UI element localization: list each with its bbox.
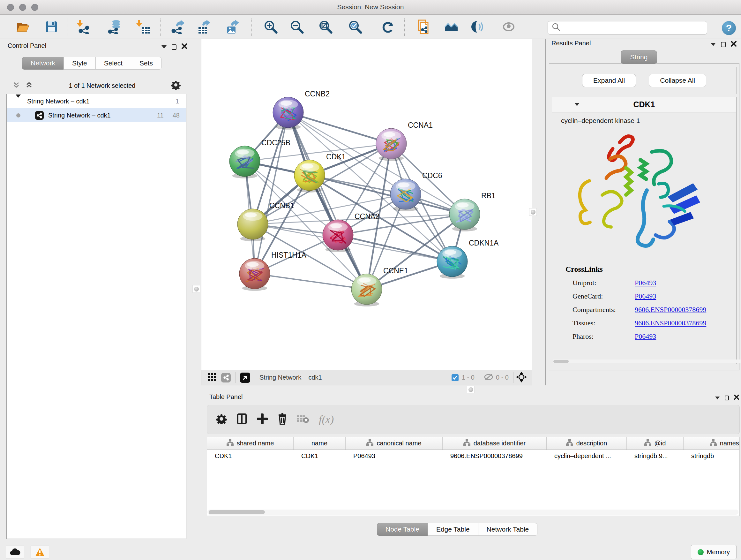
string-results-container: Expand All Collapse All CDK1 cyclin–depe… xyxy=(549,63,739,370)
column-header-@id[interactable]: @id xyxy=(627,437,684,449)
gear-icon[interactable] xyxy=(171,80,181,91)
network-row[interactable]: String Network – cdk1 11 48 xyxy=(7,108,186,122)
main-toolbar: ? xyxy=(0,15,741,39)
panel-float-icon[interactable] xyxy=(172,44,177,50)
expand-all-icon[interactable] xyxy=(25,81,33,90)
clone-network-icon[interactable] xyxy=(416,19,431,35)
network-view-panel: CCNB2CCNA1CDC25BCDK1CDC6RB1CCNB1CCNA2CDK… xyxy=(201,39,532,385)
protein-card-header[interactable]: CDK1 xyxy=(552,97,736,112)
network-collection-row[interactable]: String Network – cdk1 1 xyxy=(7,94,186,108)
tree-expander-icon[interactable] xyxy=(16,98,21,105)
zoom-selected-icon[interactable] xyxy=(347,19,363,35)
network-node-CDC6[interactable]: CDC6 xyxy=(390,172,442,211)
add-column-icon[interactable] xyxy=(257,414,268,426)
zoom-in-icon[interactable] xyxy=(263,19,278,35)
network-view-mode-icon[interactable] xyxy=(221,373,231,382)
export-image-icon[interactable] xyxy=(225,19,240,35)
search-input[interactable] xyxy=(562,24,707,31)
import-table-file-icon[interactable] xyxy=(135,19,151,35)
panel-float-icon[interactable] xyxy=(721,42,726,47)
table-hscrollbar[interactable] xyxy=(207,509,738,515)
cloud-button[interactable] xyxy=(6,546,24,558)
export-network-icon[interactable] xyxy=(170,19,185,35)
crosslink-link[interactable]: 9606.ENSP00000378699 xyxy=(635,306,706,314)
table-cell[interactable]: stringdb:9... xyxy=(627,450,684,462)
network-node-CDK1[interactable]: CDK1 xyxy=(294,152,346,192)
crosslink-link[interactable]: 9606.ENSP00000378699 xyxy=(635,319,706,327)
tab-network-table[interactable]: Network Table xyxy=(478,523,538,536)
table-cell[interactable]: CDK1 xyxy=(293,450,346,462)
import-network-database-icon[interactable] xyxy=(107,19,122,35)
zoom-out-icon[interactable] xyxy=(289,19,305,35)
network-node-CDKN1A[interactable]: CDKN1A xyxy=(437,239,499,279)
left-splitter-handle[interactable] xyxy=(192,285,200,293)
grid-view-icon[interactable] xyxy=(208,373,216,382)
collapse-all-button[interactable]: Collapse All xyxy=(649,74,706,87)
column-header-namespace[interactable]: namespace xyxy=(684,437,740,449)
table-row[interactable]: CDK1CDK1P064939606.ENSP00000378699cyclin… xyxy=(207,450,739,462)
node-label: CDK1 xyxy=(326,152,346,161)
panel-menu-icon[interactable] xyxy=(715,396,720,399)
results-hscrollbar[interactable] xyxy=(553,360,741,363)
tab-string[interactable]: String xyxy=(621,51,657,64)
right-splitter-handle[interactable] xyxy=(529,208,537,216)
network-canvas[interactable]: CCNB2CCNA1CDC25BCDK1CDC6RB1CCNB1CCNA2CDK… xyxy=(201,39,532,370)
expand-all-button[interactable]: Expand All xyxy=(582,74,636,87)
collapse-section-icon[interactable] xyxy=(575,103,580,106)
table-cell[interactable]: cyclin–dependent ... xyxy=(547,450,627,462)
crosslink-link[interactable]: P06493 xyxy=(635,332,656,341)
column-header-database-identifier[interactable]: database identifier xyxy=(443,437,547,449)
hidden-eye-icon[interactable] xyxy=(484,373,493,382)
network-node-HIST1H1A[interactable]: HIST1H1A xyxy=(239,251,307,291)
export-table-icon[interactable] xyxy=(196,19,212,35)
refresh-layout-icon[interactable] xyxy=(381,19,396,35)
table-cell[interactable]: P06493 xyxy=(346,450,443,462)
collapse-all-icon[interactable] xyxy=(12,81,20,90)
table-cell[interactable]: CDK1 xyxy=(207,450,293,462)
show-columns-icon[interactable] xyxy=(237,414,247,426)
graphics-details-icon[interactable] xyxy=(471,19,486,35)
open-session-icon[interactable] xyxy=(15,19,30,35)
tab-style[interactable]: Style xyxy=(64,57,96,70)
network-node-CCNB2[interactable]: CCNB2 xyxy=(273,90,330,130)
table-hscroll-thumb[interactable] xyxy=(209,510,265,514)
memory-button[interactable]: Memory xyxy=(691,545,737,559)
help-icon[interactable]: ? xyxy=(722,21,736,35)
tab-sets[interactable]: Sets xyxy=(131,57,161,70)
crosslink-link[interactable]: P06493 xyxy=(635,292,656,300)
fit-selected-icon[interactable] xyxy=(516,372,527,384)
selected-checkbox-icon[interactable] xyxy=(452,374,459,381)
network-node-RB1[interactable]: RB1 xyxy=(449,192,495,232)
tab-network[interactable]: Network xyxy=(22,57,64,70)
birdseye-view-icon[interactable] xyxy=(240,373,250,383)
panel-close-icon[interactable] xyxy=(734,395,739,401)
warning-button[interactable] xyxy=(30,546,49,558)
level-of-detail-icon[interactable] xyxy=(501,19,516,35)
zoom-fit-icon[interactable] xyxy=(318,19,333,35)
column-header-shared-name[interactable]: shared name xyxy=(207,437,293,449)
crosslink-link[interactable]: P06493 xyxy=(635,279,656,287)
panel-close-icon[interactable] xyxy=(731,41,737,48)
control-panel: Control Panel NetworkStyleSelectSets 1 o… xyxy=(3,42,191,540)
delete-column-icon[interactable] xyxy=(277,413,287,426)
panel-menu-icon[interactable] xyxy=(161,45,166,49)
column-header-description[interactable]: description xyxy=(547,437,627,449)
table-cell[interactable]: stringdb xyxy=(684,450,740,462)
network-node-CCNB1[interactable]: CCNB1 xyxy=(238,201,294,241)
column-header-name[interactable]: name xyxy=(293,437,346,449)
table-cell[interactable]: 9606.ENSP00000378699 xyxy=(443,450,547,462)
import-network-file-icon[interactable] xyxy=(76,19,91,35)
tab-node-table[interactable]: Node Table xyxy=(377,523,428,536)
control-panel-tabs: NetworkStyleSelectSets xyxy=(22,57,161,70)
string-home-icon[interactable] xyxy=(444,19,459,35)
save-session-icon[interactable] xyxy=(44,19,59,35)
panel-menu-icon[interactable] xyxy=(711,43,716,46)
panel-close-icon[interactable] xyxy=(182,44,187,51)
network-node-CCNA1[interactable]: CCNA1 xyxy=(376,121,433,161)
tab-select[interactable]: Select xyxy=(95,57,131,70)
panel-float-icon[interactable] xyxy=(725,395,729,400)
results-hscroll-thumb[interactable] xyxy=(553,360,569,363)
column-header-canonical-name[interactable]: canonical name xyxy=(346,437,443,449)
table-settings-gear-icon[interactable] xyxy=(216,414,227,426)
tab-edge-table[interactable]: Edge Table xyxy=(428,523,478,536)
